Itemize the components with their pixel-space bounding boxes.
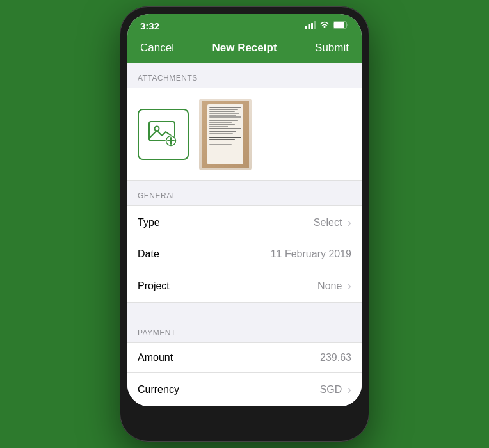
section-separator xyxy=(127,303,362,318)
wifi-icon xyxy=(319,21,330,31)
signal-icon xyxy=(305,21,316,31)
currency-row[interactable]: Currency SGD xyxy=(127,373,362,406)
status-bar: 3:32 xyxy=(127,14,362,35)
date-row[interactable]: Date 11 February 2019 xyxy=(127,239,362,269)
phone-screen: 3:32 xyxy=(127,14,362,406)
currency-label: Currency xyxy=(138,384,179,396)
general-form-section: Type Select Date 11 February 2019 Projec… xyxy=(127,205,362,303)
svg-rect-1 xyxy=(309,24,310,29)
battery-icon xyxy=(333,21,349,31)
submit-button[interactable]: Submit xyxy=(315,42,349,54)
type-label: Type xyxy=(138,217,160,228)
type-value: Select xyxy=(314,215,351,230)
status-icons xyxy=(305,21,349,31)
type-row[interactable]: Type Select xyxy=(127,205,362,239)
receipt-thumbnail[interactable] xyxy=(199,99,252,170)
amount-value: 239.63 xyxy=(320,352,351,364)
project-value: None xyxy=(317,278,351,293)
project-label: Project xyxy=(138,280,170,292)
add-photo-button[interactable] xyxy=(138,109,189,160)
content: ATTACHMENTS xyxy=(127,63,362,406)
svg-rect-5 xyxy=(334,22,344,28)
nav-bar: Cancel New Receipt Submit xyxy=(127,35,362,63)
svg-rect-3 xyxy=(314,21,316,29)
payment-form-section: Amount 239.63 Currency SGD xyxy=(127,342,362,406)
attachments-section-header: ATTACHMENTS xyxy=(127,63,362,88)
phone-shell: 3:32 xyxy=(120,6,369,442)
status-time: 3:32 xyxy=(140,20,159,31)
add-photo-icon xyxy=(147,116,180,152)
amount-label: Amount xyxy=(138,352,173,364)
project-row[interactable]: Project None xyxy=(127,269,362,303)
amount-row[interactable]: Amount 239.63 xyxy=(127,342,362,373)
page-title: New Receipt xyxy=(212,42,277,54)
cancel-button[interactable]: Cancel xyxy=(140,42,174,54)
date-value: 11 February 2019 xyxy=(271,248,351,260)
date-label: Date xyxy=(138,248,159,260)
general-section-header: GENERAL xyxy=(127,181,362,205)
svg-rect-2 xyxy=(311,23,313,29)
payment-section-header: PAYMENT xyxy=(127,318,362,342)
attachments-section xyxy=(127,88,362,181)
receipt-image xyxy=(199,99,252,170)
svg-rect-0 xyxy=(305,26,307,29)
currency-value: SGD xyxy=(320,382,351,397)
